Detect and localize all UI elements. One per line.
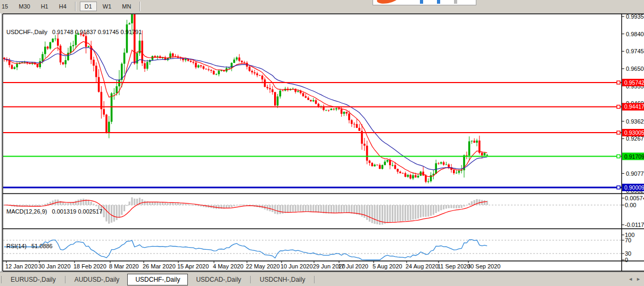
date-tick-label: 18 Feb 2020 bbox=[73, 263, 106, 269]
price-tick-label: 0.93625 bbox=[626, 118, 644, 125]
timeframe-button-H1[interactable]: H1 bbox=[36, 2, 53, 11]
date-tick-label: 26 Mar 2020 bbox=[143, 263, 176, 269]
toolbar-separator bbox=[139, 2, 141, 11]
price-tick-label: 0.92675 bbox=[626, 135, 644, 142]
price-badge-label: 0.94417 bbox=[624, 103, 644, 110]
date-tick-label: 5 Aug 2020 bbox=[373, 263, 402, 269]
hline-handle[interactable] bbox=[617, 186, 620, 189]
macd-tick-label: -0.011738 bbox=[625, 222, 644, 228]
price-chart-canvas[interactable]: 0.993500.984000.974500.965000.955500.946… bbox=[0, 13, 644, 272]
date-tick-label: 17 Jul 2020 bbox=[338, 263, 368, 269]
price-badge-label: 0.90009 bbox=[624, 184, 644, 191]
price-badge-label: 0.95742 bbox=[624, 79, 644, 86]
tab-eurusd[interactable]: EURUSD-,Daily bbox=[3, 274, 64, 285]
date-tick-label: 10 Jun 2020 bbox=[280, 263, 313, 269]
tab-separator bbox=[1, 276, 2, 283]
tab-separator bbox=[314, 276, 315, 283]
tab-scroll-left-icon[interactable]: ◄ bbox=[628, 275, 633, 283]
date-tick-label: 4 May 2020 bbox=[213, 263, 243, 269]
macd-tick-label: 0.005744 bbox=[625, 195, 644, 201]
hline-handle[interactable] bbox=[617, 131, 620, 134]
tab-audusd[interactable]: AUDUSD-,Daily bbox=[67, 274, 128, 285]
tab-usdchf[interactable]: USDCHF-,Daily bbox=[127, 274, 188, 285]
hline-handle[interactable] bbox=[617, 105, 620, 108]
hline-handle[interactable] bbox=[617, 155, 620, 158]
date-tick-label: 22 May 2020 bbox=[246, 263, 280, 269]
timeframe-button-M30[interactable]: M30 bbox=[14, 2, 35, 11]
rsi-label: RSI(14) 51.0886 bbox=[6, 243, 53, 249]
rsi-tick-label: 70 bbox=[625, 237, 631, 243]
partial-glyph bbox=[420, 0, 423, 4]
tab-usdcad[interactable]: USDCAD-,Daily bbox=[188, 274, 249, 285]
chart-ohlc-readout: 0.91748 0.91837 0.91745 0.91791 bbox=[52, 29, 142, 35]
partial-glyph bbox=[437, 0, 440, 4]
macd-values: 0.001319 0.002517 bbox=[52, 208, 102, 215]
tab-scroll-right-icon[interactable]: ► bbox=[636, 275, 641, 283]
chart-symbol-period: USDCHF-,Daily bbox=[6, 29, 47, 35]
chart-title: USDCHF-,Daily 0.91748 0.91837 0.91745 0.… bbox=[6, 29, 142, 35]
timeframe-button-MN[interactable]: MN bbox=[117, 2, 136, 11]
hline-handle[interactable] bbox=[617, 81, 620, 84]
date-tick-label: 24 Aug 2020 bbox=[406, 263, 439, 269]
rsi-value: 51.0886 bbox=[31, 243, 53, 249]
date-tick-label: 15 Apr 2020 bbox=[177, 263, 209, 269]
tab-separator bbox=[65, 276, 65, 283]
price-tick-label: 0.90775 bbox=[626, 170, 644, 177]
chart-tabbar: EURUSD-,DailyAUDUSD-,DailyUSDCHF-,DailyU… bbox=[0, 272, 644, 286]
date-tick-label: 8 Mar 2020 bbox=[109, 263, 139, 269]
timeframe-button-H4[interactable]: H4 bbox=[54, 2, 71, 11]
date-tick-label: 11 Sep 2020 bbox=[437, 263, 470, 269]
tab-scroll-buttons: ◄ ► bbox=[628, 275, 641, 283]
price-badge-label: 0.93005 bbox=[624, 129, 644, 136]
chart-window: 0.993500.984000.974500.965000.955500.946… bbox=[0, 13, 644, 272]
partial-logo bbox=[376, 0, 399, 5]
toolbar-separator bbox=[75, 2, 76, 11]
price-tick-label: 0.98400 bbox=[626, 31, 644, 37]
price-tick-label: 0.96500 bbox=[626, 66, 644, 72]
background-window-fragment bbox=[373, 0, 476, 5]
tab-usdcnh[interactable]: USDCNH-,Daily bbox=[252, 274, 313, 285]
partial-glyph bbox=[454, 0, 457, 4]
macd-indicator-name: MACD(12,26,9) bbox=[6, 208, 47, 215]
tab-separator bbox=[250, 276, 251, 283]
price-badge-label: 0.91709 bbox=[624, 153, 644, 160]
date-tick-label: 30 Sep 2020 bbox=[467, 263, 500, 269]
timeframe-button-D1[interactable]: D1 bbox=[80, 2, 97, 11]
rsi-tick-label: 0 bbox=[625, 257, 628, 263]
date-tick-label: 30 Jan 2020 bbox=[38, 263, 71, 269]
date-tick-label: 12 Jan 2020 bbox=[5, 263, 38, 269]
rsi-tick-label: 30 bbox=[625, 250, 631, 257]
price-tick-label: 0.99350 bbox=[626, 13, 644, 20]
macd-label: MACD(12,26,9) 0.001319 0.002517 bbox=[6, 208, 102, 215]
rsi-indicator-name: RSI(14) bbox=[6, 243, 27, 249]
timeframe-toolbar: 15M30H1H4D1W1MN bbox=[0, 0, 644, 13]
timeframe-button-W1[interactable]: W1 bbox=[98, 2, 117, 11]
macd-tick-label: 0.00 bbox=[625, 202, 636, 208]
chart-bg bbox=[0, 13, 644, 272]
timeframe-button-15[interactable]: 15 bbox=[0, 2, 13, 11]
price-tick-label: 0.97450 bbox=[626, 48, 644, 54]
